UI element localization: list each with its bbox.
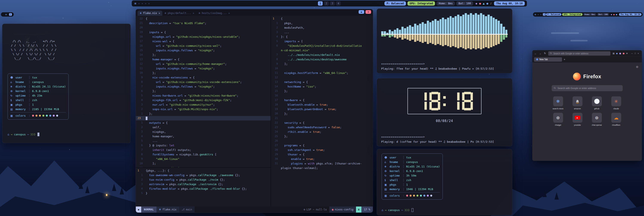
menu-icon[interactable]: ≡ [6, 13, 7, 16]
editor-tab[interactable]: ❄pkgs/default...× [162, 11, 196, 16]
pane-iso-image-nix[interactable]: 1{1 pkgs,2 modulesPath,3 ...4}: {5 impor… [271, 16, 373, 206]
firefox-wordmark: Firefox [583, 74, 602, 80]
tree-silhouette [120, 187, 124, 194]
editor-tab[interactable]: ❄flake.nix× [138, 11, 162, 16]
fetch-row: ▣pkgs1 [8, 102, 68, 107]
shortcut-claude[interactable]: ✳claude [608, 96, 625, 110]
line-number: 21 [136, 21, 146, 26]
close-button[interactable]: × [638, 52, 639, 55]
power-profile-widget[interactable]: P: Balanced [546, 13, 562, 16]
gear-icon[interactable]: ⚙ [636, 65, 638, 69]
status-icon[interactable]: ◆ [476, 2, 477, 5]
newtab-search-bar[interactable] [552, 85, 623, 91]
visualizer-window[interactable]: ======================> Playing: ffee fo… [377, 9, 512, 73]
url-bar[interactable] [548, 51, 610, 56]
tray-icon[interactable]: ▪ [540, 13, 541, 16]
tray-icon[interactable]: ▪ [145, 2, 146, 5]
terminal-window[interactable]: /\ /\ ,_ _, =/\ /\= / / \ \ / \/ \ / / \… [2, 24, 131, 143]
search-icon [550, 52, 552, 54]
tag-2[interactable]: 2 [324, 1, 329, 6]
new-tab-button[interactable]: + [564, 58, 565, 61]
pane-flake-nix[interactable]: 22{21 description = "tux's NixOS Flake";… [136, 16, 270, 167]
layout-toggle-button[interactable]: ◉ [358, 10, 364, 14]
status-icon[interactable]: ▲ [483, 2, 484, 5]
line-number: 3 [136, 130, 146, 134]
toolbar-icon[interactable]: ◆ [616, 52, 618, 55]
clock-digit [449, 92, 460, 110]
status-icon[interactable]: ◆ [611, 14, 612, 16]
battery-widget[interactable]: Bat: 100 [456, 1, 473, 6]
fetch-separator [384, 192, 440, 192]
firefox-window[interactable]: ← → ↻ ▦◆●●≡ ─ □ × New Tab + ⚙ [532, 50, 642, 161]
newtab-search-input[interactable] [552, 85, 623, 91]
shortcut-github[interactable]: github [588, 96, 605, 110]
network-widget[interactable]: Home: 6ms [583, 13, 596, 16]
clock-window[interactable]: 08/08/24 ======================> Playing… [377, 78, 512, 146]
line-number: 3 [271, 30, 281, 35]
shortcut-label: cloudflare [612, 124, 620, 126]
shortcut-search.nixos[interactable]: ❄search.nixos [550, 96, 566, 110]
browser-tab[interactable]: New Tab [534, 57, 562, 62]
tag-1[interactable]: 1 [543, 13, 546, 16]
toolbar-icon[interactable]: ▦ [612, 52, 614, 55]
memory-icon: ▤ [10, 108, 16, 111]
menu-icon[interactable]: ≡ [134, 2, 136, 6]
tab-close-icon[interactable]: × [193, 12, 194, 15]
refresh-button[interactable]: ↻ [544, 52, 546, 55]
toolbar-icon[interactable]: ● [623, 52, 625, 55]
branch-name: main [186, 208, 192, 211]
tag-1[interactable]: 1 [9, 13, 12, 16]
clock-widget[interactable]: Thu Aug 08, 18:18 [494, 1, 525, 6]
statusline-filename: flake.nix [162, 208, 176, 211]
forward-button[interactable]: → [539, 52, 542, 55]
shortcut-youtube[interactable]: ▶youtube [569, 113, 586, 126]
network-widget[interactable]: Home: 8ms [436, 1, 455, 6]
progress-icon: ≡ [356, 206, 362, 212]
tab-close-icon[interactable]: × [159, 12, 160, 15]
tag-1[interactable]: 1 [318, 1, 323, 6]
shortcut-amazon[interactable]: aamazon [569, 96, 586, 110]
menu-icon[interactable]: ≡ [535, 13, 536, 16]
editor-window[interactable]: ❄flake.nix×❄pkgs/default...×❄hosts/isoIm… [136, 9, 373, 213]
toolbar-icon[interactable]: ● [619, 52, 621, 55]
gpu-widget[interactable]: GPU: Integrated [562, 13, 582, 16]
tab-close-icon[interactable]: × [228, 12, 230, 15]
line-number: 15 [136, 48, 146, 53]
power-profile-widget[interactable]: P: Balanced [384, 1, 406, 6]
tray-icon[interactable]: ▪ [538, 13, 539, 16]
status-icon[interactable]: ● [613, 14, 615, 16]
status-icon[interactable]: ● [616, 14, 617, 16]
status-icon[interactable]: ● [486, 2, 488, 5]
gpu-widget[interactable]: GPU: Integrated [408, 1, 435, 6]
shell-prompt: ⌂→canopus~))) [382, 208, 507, 212]
fetch-label: distro [390, 165, 403, 168]
line-number: 16 [271, 93, 281, 98]
prompt-home-icon: ⌂ [382, 208, 383, 212]
fetch-window[interactable]: ☻usertux⌂hnamecanopus❄distroNixOS 24.11 … [377, 149, 512, 215]
back-button[interactable]: ← [534, 52, 537, 55]
tag-3[interactable]: 3 [330, 1, 335, 6]
battery-widget[interactable]: Bat: 100 [597, 13, 609, 16]
shell-icon: $ [10, 99, 16, 102]
shortcut-cloudflare[interactable]: ☁cloudflare [608, 113, 625, 126]
fetch-value: tux [29, 76, 62, 79]
status-icon[interactable]: ● [479, 2, 481, 5]
tag-4[interactable]: 4 [336, 1, 341, 6]
clock-date: 08/08/24 [377, 119, 512, 123]
maximize-button[interactable]: □ [634, 52, 636, 55]
minimize-button[interactable]: ─ [631, 52, 632, 55]
shortcut-chat.openai[interactable]: ⊛chat.openai [588, 113, 605, 126]
toolbar-icon[interactable]: ≡ [626, 52, 628, 55]
editor-tab[interactable]: ❄hosts/isoImag...× [196, 11, 232, 16]
pane-pkgs-default-nix[interactable]: 1{pkgs, ...}: {1 tux-awesome-wm-config =… [136, 167, 270, 206]
tray-icon[interactable]: ▪ [138, 2, 140, 5]
tray-icon[interactable]: ▪ [142, 2, 143, 5]
status-icon[interactable]: ♪ [490, 2, 492, 5]
fetch-value: 4h 23m [29, 94, 62, 97]
clock-widget[interactable]: Thu Aug 08, 18:18 [619, 13, 642, 16]
window-close-button[interactable]: × [366, 10, 371, 14]
url-input[interactable] [548, 51, 610, 56]
branch-icon: ⎇ [182, 208, 185, 211]
shortcut-chatgpt[interactable]: ⊛chatgpt [550, 113, 566, 126]
tray-icon[interactable]: ▪ [148, 2, 150, 5]
